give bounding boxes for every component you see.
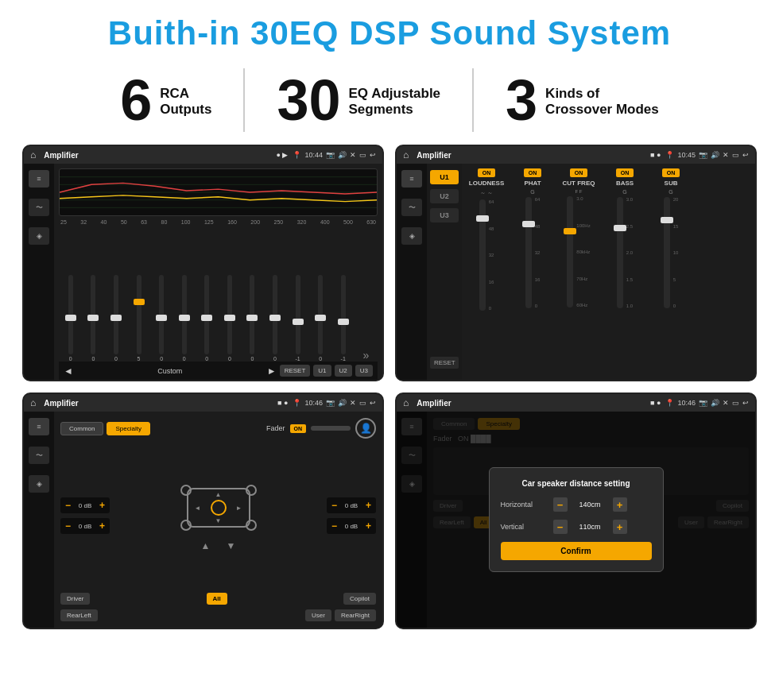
car-visual-area: ▲ ▼ ◄ ► ▲ ▼ <box>116 443 320 588</box>
mixer-u1-button[interactable]: U1 <box>430 170 459 184</box>
page-title: Buith-in 30EQ DSP Sound System <box>0 0 779 62</box>
mixer-home-icon[interactable]: ⌂ <box>403 149 409 160</box>
fader-toggle[interactable]: ON <box>290 424 307 433</box>
eq-icon[interactable]: ≡ <box>29 170 49 188</box>
speaker-icon[interactable]: ◈ <box>29 227 49 245</box>
stat-eq-line1: EQ Adjustable <box>349 86 441 102</box>
confirm-button[interactable]: Confirm <box>501 542 652 560</box>
bass-toggle[interactable]: ON <box>616 168 634 177</box>
crossover-home-icon[interactable]: ⌂ <box>30 397 36 408</box>
eq-u1-button[interactable]: U1 <box>313 365 331 377</box>
eq-val-1: 0 <box>69 356 72 362</box>
plus-btn-4[interactable]: + <box>366 520 371 532</box>
screens-grid: ⌂ Amplifier ● ▶ 📍 10:44 📷 🔊 ✕ ▭ ↩ ≡ 〜 ◈ <box>0 145 779 637</box>
channel-phat: ON PHAT G 6448 3216 0 <box>511 168 554 375</box>
stat-crossover-number: 3 <box>506 72 537 129</box>
rearleft-button[interactable]: RearLeft <box>60 609 98 621</box>
right-db-controls: − 0 dB + − 0 dB + <box>327 443 376 588</box>
sub-toggle[interactable]: ON <box>662 168 680 177</box>
dialog-horizontal-plus[interactable]: + <box>613 497 627 512</box>
screen-crossover-content: ≡ 〜 ◈ Common Specialty Fader ON 👤 <box>24 412 382 628</box>
eq-slider-4: 5 <box>129 275 149 362</box>
mixer-channels: ON LOUDNESS ～ ～ 6448 3216 0 ON <box>462 164 755 380</box>
screen-dialog-content: ≡ 〜 ◈ Common Specialty Fader ON ████ Dri… <box>397 412 755 628</box>
dialog-vertical-minus[interactable]: − <box>553 520 568 534</box>
eq-slider-13: -1 <box>333 275 354 362</box>
screen-eq: ⌂ Amplifier ● ▶ 📍 10:44 📷 🔊 ✕ ▭ ↩ ≡ 〜 ◈ <box>22 145 384 381</box>
eq-slider-3: 0 <box>106 275 126 362</box>
stat-rca-line1: RCA <box>160 86 211 102</box>
eq-u3-button[interactable]: U3 <box>355 365 373 377</box>
dialog-home-icon[interactable]: ⌂ <box>403 397 409 408</box>
mixer-reset-button[interactable]: RESET <box>430 357 459 369</box>
dialog-horizontal-value: 140cm <box>572 501 608 509</box>
dialog-window-icon: ▭ <box>732 399 739 407</box>
minus-btn-1[interactable]: − <box>65 500 71 511</box>
tab-specialty[interactable]: Specialty <box>107 422 149 435</box>
copilot-button[interactable]: Copilot <box>343 593 376 605</box>
dialog-camera-icon: 📷 <box>699 399 707 407</box>
minus-btn-4[interactable]: − <box>331 520 337 532</box>
mixer-window-icon: ▭ <box>732 151 739 159</box>
plus-btn-2[interactable]: + <box>99 520 105 532</box>
eq-bottom-bar: ◄ Custom ► RESET U1 U2 U3 <box>59 362 378 380</box>
dialog-volume-icon: 🔊 <box>711 399 719 407</box>
eq-val-8: 0 <box>228 356 231 362</box>
db-val-1: 0 dB <box>74 502 96 509</box>
mixer-back-icon[interactable]: ↩ <box>742 151 749 159</box>
eq-slider-9: 0 <box>242 275 263 362</box>
back-icon[interactable]: ↩ <box>370 151 376 159</box>
screen-crossover-topbar: ⌂ Amplifier ■ ● 📍 10:46 📷 🔊 ✕ ▭ ↩ <box>24 394 382 412</box>
crossover-wave-icon[interactable]: 〜 <box>29 447 49 464</box>
eq-prev-button[interactable]: ◄ <box>64 365 73 377</box>
mixer-u2-button[interactable]: U2 <box>430 189 459 203</box>
loudness-label: LOUDNESS <box>469 180 504 187</box>
car-arrow-down[interactable]: ▼ <box>227 540 236 551</box>
dialog-vertical-plus[interactable]: + <box>613 520 627 534</box>
dialog-box: Car speaker distance setting Horizontal … <box>489 467 664 572</box>
crossover-back-icon[interactable]: ↩ <box>370 399 376 407</box>
all-button[interactable]: All <box>207 593 227 605</box>
loudness-toggle[interactable]: ON <box>478 168 496 177</box>
mixer-camera-icon: 📷 <box>699 151 707 159</box>
car-arrow-up[interactable]: ▲ <box>201 540 211 551</box>
wave-icon[interactable]: 〜 <box>29 199 49 216</box>
tab-common[interactable]: Common <box>60 422 103 435</box>
eq-reset-button[interactable]: RESET <box>280 365 311 377</box>
dialog-back-icon[interactable]: ↩ <box>742 399 749 407</box>
mixer-speaker-icon[interactable]: ◈ <box>401 227 422 245</box>
mixer-wave-icon[interactable]: 〜 <box>401 199 422 216</box>
minus-btn-2[interactable]: − <box>65 520 71 532</box>
mixer-status-icon: ■ ● <box>650 151 661 159</box>
person-icon[interactable]: 👤 <box>355 418 376 439</box>
screen-eq-title: Amplifier <box>44 151 271 160</box>
fader-slider[interactable] <box>311 426 351 431</box>
stat-rca-line2: Outputs <box>160 102 211 118</box>
camera-icon: 📷 <box>326 151 335 159</box>
mixer-eq-icon[interactable]: ≡ <box>401 170 422 188</box>
home-icon[interactable]: ⌂ <box>30 149 36 160</box>
plus-btn-1[interactable]: + <box>99 500 105 511</box>
db-row-3: − 0 dB + <box>327 497 376 513</box>
eq-slider-5: 0 <box>151 275 172 362</box>
plus-btn-3[interactable]: + <box>366 500 371 511</box>
eq-slider-6: 0 <box>174 275 195 362</box>
crossover-eq-icon[interactable]: ≡ <box>29 418 49 435</box>
crossover-speaker-icon[interactable]: ◈ <box>29 475 49 493</box>
crossover-side-icons: ≡ 〜 ◈ <box>24 412 54 628</box>
eq-val-2: 0 <box>91 356 95 362</box>
eq-u2-button[interactable]: U2 <box>335 365 352 377</box>
user-button[interactable]: User <box>305 609 331 621</box>
dialog-horizontal-minus[interactable]: − <box>553 497 568 512</box>
eq-next-button[interactable]: ► <box>267 365 277 377</box>
driver-button[interactable]: Driver <box>60 593 90 605</box>
stat-crossover-line2: Crossover Modes <box>545 102 659 118</box>
dialog-location-icon: 📍 <box>665 399 674 407</box>
crossover-volume-icon: 🔊 <box>338 399 347 407</box>
cutfreq-toggle[interactable]: ON <box>570 168 588 177</box>
rearright-button[interactable]: RearRight <box>335 609 376 621</box>
phat-toggle[interactable]: ON <box>524 168 542 177</box>
minus-btn-3[interactable]: − <box>331 500 337 511</box>
mixer-u3-button[interactable]: U3 <box>430 208 459 222</box>
screen-mixer-topbar-right: 📍 10:45 📷 🔊 ✕ ▭ ↩ <box>665 151 749 159</box>
